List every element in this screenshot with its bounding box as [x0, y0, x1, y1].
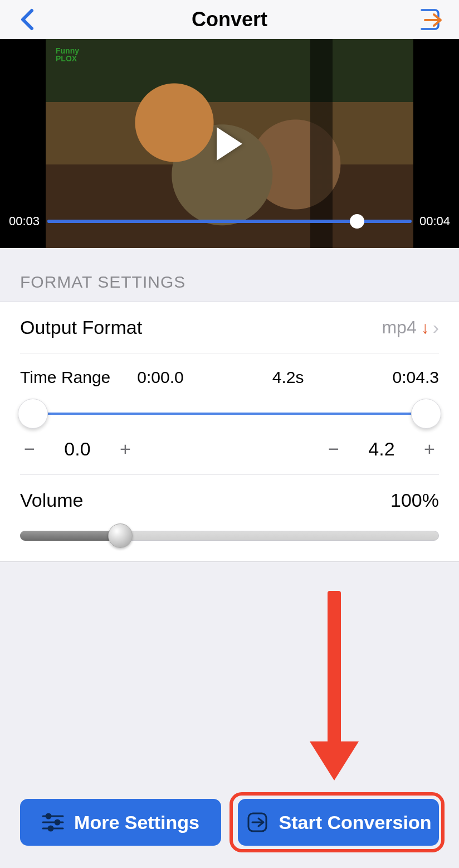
time-range-start: 0:00.0 [137, 368, 183, 387]
more-settings-label: More Settings [74, 812, 199, 833]
time-range-slider[interactable] [20, 397, 439, 430]
volume-thumb[interactable] [108, 523, 133, 548]
output-format-label: Output Format [20, 317, 142, 338]
convert-icon [246, 811, 269, 834]
chevron-right-icon: › [433, 317, 439, 338]
header-bar: Convert [0, 0, 459, 39]
video-scrubber[interactable]: 00:03 00:04 [0, 214, 459, 229]
end-stepper: − 4.2 + [324, 438, 439, 460]
play-icon[interactable] [217, 127, 242, 161]
video-total-time: 00:04 [419, 214, 450, 229]
svg-point-4 [55, 820, 60, 825]
video-watermark: Funny PLOX [56, 47, 79, 62]
export-button[interactable] [417, 6, 443, 33]
end-value: 4.2 [362, 438, 401, 460]
time-range-label: Time Range [20, 368, 110, 387]
svg-point-6 [48, 826, 53, 831]
back-button[interactable] [16, 8, 38, 31]
output-format-value: mp4 [382, 317, 416, 338]
start-conversion-button[interactable]: Start Conversion [238, 799, 439, 846]
time-range-end: 0:04.3 [393, 368, 439, 387]
end-plus-button[interactable]: + [420, 438, 439, 460]
time-range-row: Time Range 0:00.0 4.2s 0:04.3 − 0.0 + − … [20, 353, 439, 474]
time-range-thumb-start[interactable] [18, 399, 48, 429]
video-preview[interactable]: Funny PLOX 00:03 00:04 [0, 39, 459, 248]
output-format-row[interactable]: Output Format mp4↓ › [20, 302, 439, 353]
start-stepper: − 0.0 + [20, 438, 135, 460]
download-arrow-icon: ↓ [421, 318, 429, 337]
svg-point-2 [46, 814, 51, 818]
more-settings-button[interactable]: More Settings [20, 799, 221, 846]
start-plus-button[interactable]: + [116, 438, 135, 460]
export-icon [417, 7, 443, 32]
time-range-duration: 4.2s [272, 368, 304, 387]
time-range-thumb-end[interactable] [411, 399, 441, 429]
volume-label: Volume [20, 489, 83, 511]
start-value: 0.0 [58, 438, 97, 460]
volume-slider[interactable] [20, 525, 439, 547]
section-header-format: FORMAT SETTINGS [0, 248, 459, 302]
video-current-time: 00:03 [9, 214, 40, 229]
start-minus-button[interactable]: − [20, 438, 39, 460]
format-settings-card: Output Format mp4↓ › Time Range 0:00.0 4… [0, 302, 459, 562]
volume-value: 100% [390, 489, 439, 511]
scrub-track[interactable] [47, 220, 412, 223]
scrub-thumb[interactable] [350, 214, 364, 229]
end-minus-button[interactable]: − [324, 438, 343, 460]
volume-row: Volume 100% [20, 474, 439, 561]
page-title: Convert [192, 8, 267, 31]
bottom-bar: More Settings Start Conversion [0, 799, 459, 846]
sliders-icon [42, 813, 64, 832]
start-conversion-label: Start Conversion [279, 812, 432, 833]
chevron-left-icon [19, 8, 34, 31]
annotation-arrow [318, 591, 351, 780]
